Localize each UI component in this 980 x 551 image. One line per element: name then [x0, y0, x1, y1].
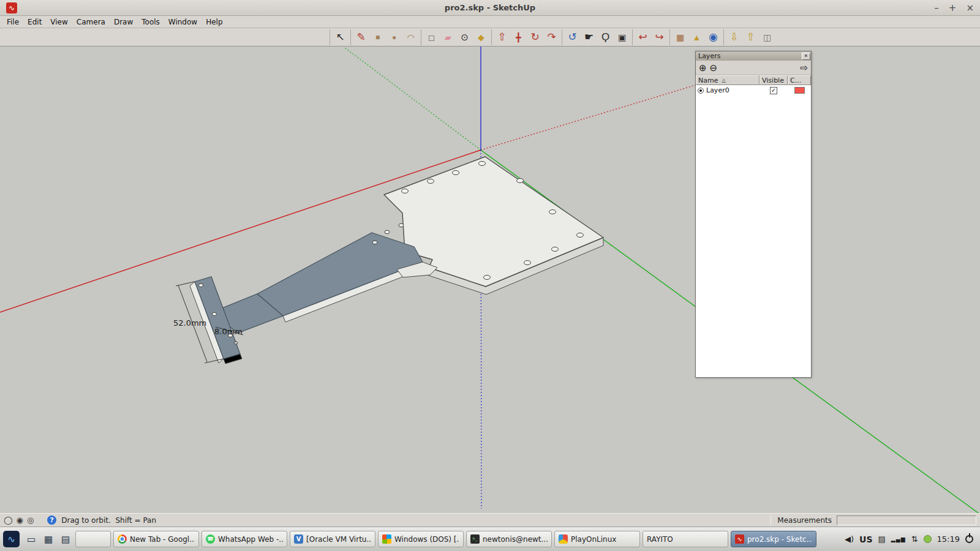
- send-to-layout-button[interactable]: ◫: [759, 29, 775, 45]
- layer-color-swatch[interactable]: [794, 87, 805, 94]
- credits-icon[interactable]: ◯: [4, 515, 13, 525]
- maximize-button[interactable]: +: [949, 2, 957, 14]
- move-tool-button[interactable]: ╋: [510, 29, 527, 45]
- offset-tool-button[interactable]: ↷: [543, 29, 560, 45]
- virtualbox-icon: V: [294, 534, 303, 544]
- file-manager-button[interactable]: ▤: [58, 531, 73, 547]
- paint-bucket-tool-button[interactable]: ◆: [473, 29, 489, 45]
- select-tool-button[interactable]: ↖: [332, 29, 349, 45]
- menu-edit[interactable]: Edit: [23, 17, 46, 27]
- share-models-icon: ⇧: [746, 32, 755, 42]
- taskbar-button-rayito[interactable]: RAYITO: [643, 531, 728, 547]
- show-desktop-button[interactable]: ▭: [24, 531, 39, 547]
- clock[interactable]: 15:19: [937, 534, 960, 544]
- layers-panel-titlebar[interactable]: Layers ×: [696, 51, 811, 61]
- tbar-hole: [212, 312, 216, 315]
- sketchup-task-icon: ∿: [735, 534, 744, 544]
- get-current-view-button[interactable]: ▦: [672, 29, 688, 45]
- measurements-label: Measurements: [777, 516, 832, 525]
- close-button[interactable]: ×: [966, 2, 974, 14]
- zoom-extents-tool-button[interactable]: ▣: [614, 29, 630, 45]
- layer-visible-checkbox[interactable]: ✓: [770, 87, 777, 94]
- zoom-tool-button[interactable]: Ϙ: [597, 29, 614, 45]
- tape-measure-tool-button[interactable]: ⊙: [456, 29, 473, 45]
- layers-header-row: Name △ Visible C...: [696, 75, 811, 85]
- red-axis-dotted: [481, 84, 699, 150]
- task-label: New Tab - Googl...: [130, 535, 195, 544]
- plate-hole: [484, 276, 491, 280]
- task-label: WhatsApp Web -...: [218, 535, 283, 544]
- pan-tool-button[interactable]: ☛: [581, 29, 597, 45]
- menu-tools[interactable]: Tools: [137, 17, 164, 27]
- layer-row[interactable]: Layer0 ✓: [696, 85, 811, 96]
- orbit-tool-button[interactable]: ↺: [564, 29, 581, 45]
- layers-close-button[interactable]: ×: [802, 53, 810, 60]
- send-to-layout-icon: ◫: [763, 33, 771, 42]
- remove-layer-button[interactable]: ⊖: [710, 63, 718, 72]
- minimize-button[interactable]: –: [934, 2, 939, 14]
- previous-view-button[interactable]: ↩: [635, 29, 651, 45]
- keyboard-layout-indicator[interactable]: US: [859, 534, 872, 544]
- current-layer-radio[interactable]: [698, 88, 704, 94]
- help-icon[interactable]: ?: [47, 515, 56, 525]
- whatsapp-icon: ☎: [206, 534, 215, 544]
- taskbar: ∿ ▭ ▦ ▤ New Tab - Googl... ☎ WhatsApp We…: [0, 527, 980, 551]
- arc-tool-button[interactable]: ◠: [402, 29, 419, 45]
- claim-credit-icon[interactable]: ◎: [27, 515, 34, 525]
- task-label: pro2.skp - Sketc...: [747, 535, 812, 544]
- layer-details-button[interactable]: ⇨: [800, 63, 808, 72]
- column-header-color[interactable]: C...: [788, 75, 811, 85]
- make-component-tool-button[interactable]: ◻: [423, 29, 440, 45]
- layers-panel: Layers × ⊕ ⊖ ⇨ Name △ Visible C...: [695, 51, 812, 378]
- taskbar-button-untitled[interactable]: [75, 531, 111, 547]
- rotate-tool-button[interactable]: ↻: [527, 29, 543, 45]
- previous-view-icon: ↩: [638, 32, 647, 42]
- measurements-input[interactable]: [837, 515, 976, 525]
- power-button-icon[interactable]: [965, 535, 973, 543]
- taskbar-button-virtualbox[interactable]: V [Oracle VM Virtu...: [290, 531, 375, 547]
- menu-draw[interactable]: Draw: [110, 17, 137, 27]
- component-icon: ◻: [428, 33, 435, 42]
- system-monitor-button[interactable]: ▦: [41, 531, 56, 547]
- push-pull-tool-button[interactable]: ⇧: [494, 29, 510, 45]
- geolocation-icon[interactable]: ◉: [17, 515, 23, 525]
- eraser-tool-button[interactable]: ▰: [440, 29, 456, 45]
- line-tool-button[interactable]: ✎: [353, 29, 369, 45]
- start-menu-button[interactable]: ∿: [3, 531, 21, 547]
- menu-view[interactable]: View: [46, 17, 72, 27]
- get-models-button[interactable]: ⇩: [726, 29, 742, 45]
- google-earth-button[interactable]: ◉: [705, 29, 722, 45]
- taskbar-button-sketchup[interactable]: ∿ pro2.skp - Sketc...: [731, 531, 816, 547]
- circle-tool-button[interactable]: ●: [386, 29, 402, 45]
- playonlinux-icon: [559, 534, 568, 544]
- chrome-icon: [118, 534, 127, 544]
- toggle-terrain-button[interactable]: ▲: [688, 29, 705, 45]
- volume-icon[interactable]: ◀): [845, 534, 854, 544]
- add-layer-button[interactable]: ⊕: [699, 63, 707, 72]
- taskbar-button-whatsapp[interactable]: ☎ WhatsApp Web -...: [202, 531, 287, 547]
- plate-hole: [517, 179, 524, 183]
- share-models-button[interactable]: ⇧: [742, 29, 759, 45]
- network-icon[interactable]: ⇅: [911, 534, 918, 544]
- taskbar-button-playonlinux[interactable]: PlayOnLinux: [554, 531, 640, 547]
- next-view-button[interactable]: ↪: [651, 29, 668, 45]
- menu-camera[interactable]: Camera: [72, 17, 110, 27]
- rectangle-tool-button[interactable]: ■: [369, 29, 386, 45]
- menu-window[interactable]: Window: [164, 17, 202, 27]
- signal-icon[interactable]: ▂▄▆: [891, 536, 906, 542]
- arm-hole: [385, 230, 390, 234]
- taskbar-button-terminal[interactable]: >_ newtonis@newt...: [466, 531, 552, 547]
- keyboard-icon[interactable]: ▤: [878, 534, 886, 544]
- title-bar: ∿ pro2.skp - SketchUp – + ×: [0, 0, 980, 16]
- eraser-icon: ▰: [445, 33, 451, 42]
- column-header-name[interactable]: Name △: [696, 75, 760, 85]
- viewport-canvas[interactable]: 52.0mm 8.0mm: [0, 47, 980, 513]
- status-hint: Drag to orbit. Shift = Pan: [61, 516, 156, 525]
- sketchup-window: ∿ pro2.skp - SketchUp – + × File Edit Vi…: [0, 0, 980, 551]
- menu-file[interactable]: File: [2, 17, 23, 27]
- taskbar-button-chrome[interactable]: New Tab - Googl...: [113, 531, 199, 547]
- taskbar-button-windows-dos[interactable]: Windows (DOS) [...: [378, 531, 464, 547]
- column-header-visible[interactable]: Visible: [760, 75, 788, 85]
- menu-help[interactable]: Help: [202, 17, 227, 27]
- updater-icon[interactable]: [924, 535, 932, 543]
